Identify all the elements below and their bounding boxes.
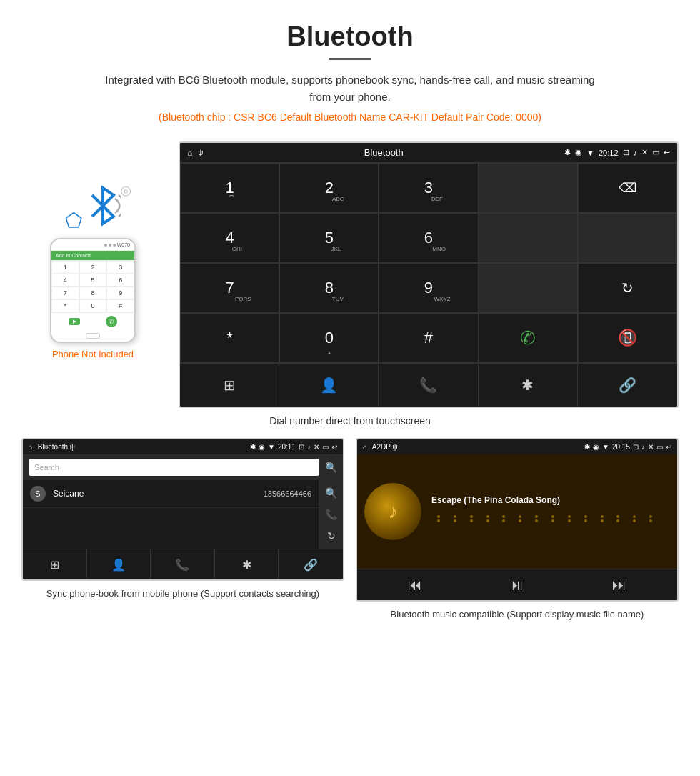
- dial-key-star[interactable]: *: [180, 313, 279, 363]
- pb-right-call-icon[interactable]: 📞: [325, 509, 337, 520]
- phone-not-included-label: Phone Not Included: [52, 349, 134, 359]
- dial-key-7[interactable]: 7PQRS: [180, 263, 279, 313]
- pb-tb-dialpad[interactable]: ⊞: [23, 549, 87, 579]
- pb-right-refresh-icon[interactable]: ↻: [327, 530, 336, 542]
- music-dot: [649, 519, 652, 522]
- location-icon: ◉: [575, 148, 582, 157]
- toolbar-dialpad-btn[interactable]: ⊞: [180, 364, 279, 407]
- phone-bottom-bar: ▶ ✆: [51, 312, 134, 330]
- dial-key-0[interactable]: 0+: [279, 313, 379, 363]
- music-caption-text: Bluetooth music compatible (Support disp…: [391, 609, 644, 620]
- music-prev-btn[interactable]: ⏮: [408, 577, 422, 593]
- music-status-left: ⌂ A2DP ψ: [363, 443, 398, 451]
- pb-time: 20:11: [278, 443, 296, 451]
- screen-status-bar: ⌂ ψ Bluetooth ✱ ◉ ▼ 20:12 ⊡ ♪ ✕ ▭ ↩: [180, 143, 677, 162]
- music-next-btn[interactable]: ⏭: [612, 577, 626, 593]
- music-home-icon: ⌂: [363, 443, 367, 451]
- music-item: ⌂ A2DP ψ ✱ ◉ ▼ 20:15 ⊡ ♪ ✕ ▭ ↩ ♪: [356, 438, 679, 625]
- page-title: Bluetooth: [14, 21, 686, 52]
- music-dot: [584, 519, 587, 522]
- toolbar-bt-btn[interactable]: ✱: [479, 364, 578, 407]
- phone-key-7: 7: [51, 287, 79, 299]
- phone-key-0: 0: [79, 299, 107, 312]
- dial-key-5[interactable]: 5JKL: [279, 213, 379, 263]
- page-header: Bluetooth Integrated with BC6 Bluetooth …: [0, 0, 700, 141]
- music-dot: [633, 519, 636, 522]
- music-dot: [535, 519, 538, 522]
- dial-empty-2: [479, 213, 578, 263]
- phone-container: ⬠ ⦾ W070 Add to Contacts 1 2: [21, 141, 164, 359]
- music-status-right: ✱ ◉ ▼ 20:15 ⊡ ♪ ✕ ▭ ↩: [584, 443, 671, 451]
- dial-refresh[interactable]: ↻: [578, 263, 677, 313]
- dial-end-button[interactable]: 📵: [578, 313, 677, 363]
- phone-green-bar: Add to Contacts: [51, 251, 134, 260]
- dial-key-1[interactable]: 1⁀: [180, 163, 279, 213]
- phone-key-9: 9: [106, 287, 134, 299]
- music-dot: [437, 515, 440, 518]
- toolbar-link-btn[interactable]: 🔗: [578, 364, 677, 407]
- pb-cam-icon: ⊡: [299, 443, 304, 451]
- phone-home-button: [86, 333, 100, 339]
- music-dot: [551, 515, 554, 518]
- phone-dot: [113, 244, 116, 247]
- dial-empty-3: [578, 213, 677, 263]
- phonebook-caption: Sync phone-book from mobile phone (Suppo…: [21, 581, 344, 604]
- toolbar-contacts-btn[interactable]: 👤: [279, 364, 379, 407]
- music-info: Escape (The Pina Colada Song): [431, 495, 670, 528]
- pb-search-input[interactable]: Search: [29, 459, 319, 476]
- music-dot: [633, 515, 636, 518]
- dial-key-4[interactable]: 4GHI: [180, 213, 279, 263]
- status-right: ✱ ◉ ▼ 20:12 ⊡ ♪ ✕ ▭ ↩: [564, 148, 670, 157]
- phonebook-item: ⌂ Bluetooth ψ ✱ ◉ ▼ 20:11 ⊡ ♪ ✕ ▭ ↩: [21, 438, 344, 625]
- pb-vol-icon: ♪: [307, 443, 311, 451]
- phone-key-hash: #: [106, 299, 134, 312]
- main-caption: Dial number direct from touchscreen: [0, 408, 700, 438]
- phone-dot: [109, 244, 111, 247]
- pb-content-area: S Seicane 13566664466 🔍 📞 ↻: [23, 480, 343, 549]
- status-title: Bluetooth: [364, 147, 404, 158]
- contact-initial: S: [30, 486, 46, 502]
- pb-tb-bt[interactable]: ✱: [215, 549, 279, 579]
- pb-contact-row[interactable]: S Seicane 13566664466: [23, 480, 319, 508]
- usb-icon: ψ: [198, 149, 203, 156]
- pb-tb-call[interactable]: 📞: [151, 549, 215, 579]
- dial-key-8[interactable]: 8TUV: [279, 263, 379, 313]
- music-dot: [470, 515, 473, 518]
- dial-backspace[interactable]: ⌫: [578, 163, 677, 213]
- music-dot: [437, 519, 440, 522]
- music-screen: ⌂ A2DP ψ ✱ ◉ ▼ 20:15 ⊡ ♪ ✕ ▭ ↩ ♪: [356, 438, 679, 602]
- pb-tb-link[interactable]: 🔗: [279, 549, 343, 579]
- music-x-icon: ✕: [648, 443, 654, 451]
- phonebook-caption-text: Sync phone-book from mobile phone (Suppo…: [46, 588, 319, 599]
- pb-tb-contacts[interactable]: 👤: [87, 549, 151, 579]
- music-title: A2DP ψ: [372, 443, 398, 451]
- pb-search-icon[interactable]: 🔍: [325, 462, 337, 473]
- music-dot: [454, 519, 456, 522]
- pb-right-search-icon[interactable]: 🔍: [325, 487, 337, 499]
- signal-icon: ▼: [586, 149, 594, 157]
- carrier-label: W070: [117, 242, 130, 247]
- dial-call-button[interactable]: ✆: [479, 313, 578, 363]
- dial-key-hash[interactable]: #: [379, 313, 478, 363]
- music-cam-icon: ⊡: [633, 443, 639, 451]
- screen-toolbar: ⊞ 👤 📞 ✱ 🔗: [180, 363, 677, 407]
- music-loc-icon: ◉: [593, 443, 599, 451]
- phone-dot: [104, 244, 107, 247]
- dial-key-9[interactable]: 9WXYZ: [379, 263, 478, 313]
- dial-key-3[interactable]: 3DEF: [379, 163, 478, 213]
- bluetooth-signal: ⬠ ⦾: [65, 184, 121, 232]
- pb-loc-icon: ◉: [259, 443, 265, 451]
- music-play-btn[interactable]: ⏯: [510, 577, 524, 593]
- phone-key-6: 6: [106, 274, 134, 287]
- title-underline: [329, 58, 371, 60]
- dial-key-2[interactable]: 2ABC: [279, 163, 379, 213]
- phone-key-3: 3: [106, 261, 134, 274]
- music-album-art: ♪: [364, 483, 421, 540]
- music-dot: [486, 515, 489, 518]
- pb-title: Bluetooth ψ: [38, 443, 75, 451]
- camera-icon: ⊡: [623, 148, 629, 157]
- music-time: 20:15: [612, 443, 630, 451]
- toolbar-call-btn[interactable]: 📞: [379, 364, 478, 407]
- music-dot: [470, 519, 473, 522]
- dial-key-6[interactable]: 6MNO: [379, 213, 478, 263]
